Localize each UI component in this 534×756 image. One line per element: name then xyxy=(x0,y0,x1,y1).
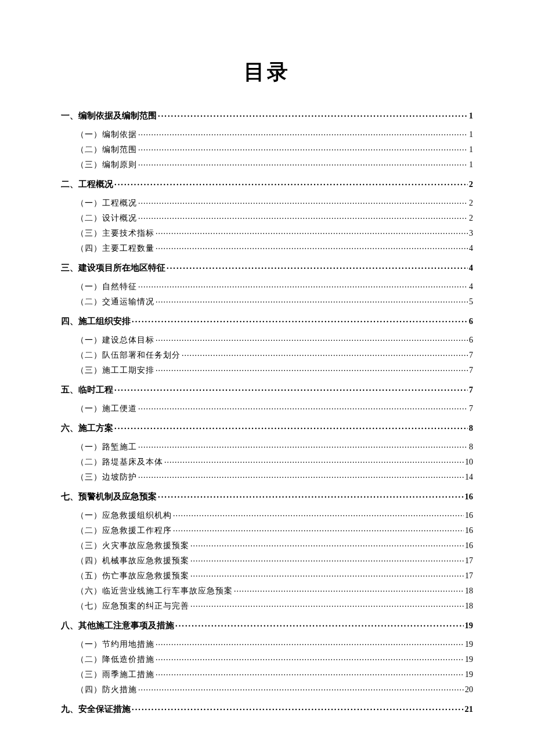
toc-entry-subsection: （三）边坡防护14 xyxy=(61,471,473,481)
toc-leader-dots xyxy=(190,555,464,563)
toc-entry-label: （六）临近营业线施工行车事故应急预案 xyxy=(76,587,233,595)
toc-leader-dots xyxy=(138,159,468,167)
toc-leader-dots xyxy=(138,441,468,449)
toc-leader-dots xyxy=(156,639,464,647)
toc-leader-dots xyxy=(114,384,468,393)
toc-leader-dots xyxy=(190,600,464,609)
toc-entry-section: 五、临时工程7 xyxy=(61,384,473,394)
toc-entry-label: 六、施工方案 xyxy=(61,424,113,433)
toc-entry-label: （四）机械事故应急救援预案 xyxy=(76,557,189,565)
toc-entry-label: 八、其他施工注意事项及措施 xyxy=(61,621,174,630)
toc-entry-page: 14 xyxy=(465,473,473,481)
toc-entry-page: 7 xyxy=(469,366,473,375)
toc-entry-page: 4 xyxy=(469,244,473,253)
toc-entry-section: 三、建设项目所在地区特征4 xyxy=(61,262,473,272)
toc-entry-label: 三、建设项目所在地区特征 xyxy=(61,264,165,272)
toc-entry-section: 一、编制依据及编制范围1 xyxy=(61,110,473,120)
toc-entry-section: 八、其他施工注意事项及措施19 xyxy=(61,620,473,629)
toc-entry-page: 3 xyxy=(469,229,473,237)
toc-entry-page: 4 xyxy=(469,283,473,291)
toc-entry-subsection: （二）交通运输情况5 xyxy=(61,296,473,306)
toc-entry-page: 2 xyxy=(469,199,473,207)
toc-entry-label: （四）主要工程数量 xyxy=(76,244,154,253)
toc-entry-page: 19 xyxy=(465,640,473,649)
toc-entry-subsection: （二）编制范围1 xyxy=(61,144,473,154)
toc-entry-page: 21 xyxy=(465,705,474,714)
toc-leader-dots xyxy=(114,422,468,431)
toc-entry-label: （一）工程概况 xyxy=(76,199,137,207)
toc-entry-page: 1 xyxy=(469,111,473,120)
toc-entry-subsection: （一）施工便道7 xyxy=(61,403,473,413)
toc-entry-label: （一）应急救援组织机构 xyxy=(76,512,172,520)
toc-leader-dots xyxy=(138,197,468,206)
toc-entry-subsection: （三）施工工期安排7 xyxy=(61,365,473,375)
toc-entry-page: 17 xyxy=(465,572,473,580)
toc-leader-dots xyxy=(158,110,468,118)
toc-entry-label: 一、编制依据及编制范围 xyxy=(61,111,157,120)
toc-entry-label: （二）编制范围 xyxy=(76,146,137,154)
toc-leader-dots xyxy=(156,243,468,251)
toc-entry-page: 5 xyxy=(469,298,473,306)
toc-entry-page: 4 xyxy=(469,264,473,272)
toc-leader-dots xyxy=(132,703,464,712)
toc-entry-label: （三）边坡防护 xyxy=(76,473,137,481)
page-title: 目录 xyxy=(61,58,473,87)
toc-entry-section: 六、施工方案8 xyxy=(61,422,473,432)
toc-leader-dots xyxy=(173,510,464,518)
toc-entry-label: （三）火灾事故应急救援预案 xyxy=(76,542,189,550)
toc-entry-page: 8 xyxy=(469,424,473,433)
toc-entry-label: （二）应急救援工作程序 xyxy=(76,527,172,535)
toc-entry-label: （五）伤亡事故应急救援预案 xyxy=(76,572,189,580)
toc-entry-label: （二）设计概况 xyxy=(76,214,137,222)
toc-leader-dots xyxy=(190,570,464,578)
toc-entry-label: 七、预警机制及应急预案 xyxy=(61,492,157,501)
toc-entry-section: 九、安全保证措施21 xyxy=(61,703,473,713)
toc-entry-page: 8 xyxy=(469,443,473,451)
toc-entry-label: （一）建设总体目标 xyxy=(76,336,154,344)
toc-entry-section: 四、施工组织安排6 xyxy=(61,315,473,325)
toc-entry-page: 16 xyxy=(465,527,473,535)
toc-entry-label: （三）编制原则 xyxy=(76,161,137,169)
toc-entry-label: （一）施工便道 xyxy=(76,405,137,413)
toc-entry-page: 18 xyxy=(465,587,473,595)
toc-entry-label: （二）降低造价措施 xyxy=(76,656,154,664)
toc-entry-page: 16 xyxy=(465,542,473,550)
toc-entry-label: 五、临时工程 xyxy=(61,386,113,394)
toc-leader-dots xyxy=(158,491,464,499)
toc-entry-page: 19 xyxy=(465,621,474,630)
toc-entry-subsection: （二）路堤基床及本体10 xyxy=(61,456,473,466)
toc-entry-subsection: （一）编制依据1 xyxy=(61,129,473,139)
toc-entry-label: （一）路堑施工 xyxy=(76,443,137,451)
toc-entry-subsection: （二）队伍部署和任务划分7 xyxy=(61,350,473,359)
toc-entry-subsection: （三）雨季施工措施19 xyxy=(61,669,473,679)
toc-leader-dots xyxy=(173,525,464,533)
toc-entry-page: 6 xyxy=(469,336,473,344)
toc-leader-dots xyxy=(175,620,464,628)
toc-leader-dots xyxy=(156,669,464,677)
toc-entry-subsection: （五）伤亡事故应急救援预案17 xyxy=(61,570,473,580)
toc-entry-page: 19 xyxy=(465,656,473,664)
toc-entry-label: （二）路堤基床及本体 xyxy=(76,458,163,466)
toc-entry-page: 16 xyxy=(465,512,473,520)
toc-leader-dots xyxy=(138,213,468,221)
toc-leader-dots xyxy=(138,471,464,480)
table-of-contents: 一、编制依据及编制范围1（一）编制依据1（二）编制范围1（三）编制原则1二、工程… xyxy=(61,110,473,713)
toc-leader-dots xyxy=(164,456,464,465)
toc-leader-dots xyxy=(138,403,468,411)
toc-entry-subsection: （一）节约用地措施19 xyxy=(61,639,473,649)
toc-entry-subsection: （一）应急救援组织机构16 xyxy=(61,510,473,520)
toc-leader-dots xyxy=(156,365,468,373)
toc-leader-dots xyxy=(156,228,468,236)
toc-entry-subsection: （一）工程概况2 xyxy=(61,197,473,207)
toc-entry-page: 7 xyxy=(469,405,473,413)
toc-entry-label: 九、安全保证措施 xyxy=(61,705,131,714)
toc-entry-label: （一）编制依据 xyxy=(76,131,137,139)
toc-entry-subsection: （四）防火措施20 xyxy=(61,684,473,694)
toc-leader-dots xyxy=(156,296,468,304)
toc-leader-dots xyxy=(167,262,468,271)
toc-entry-subsection: （二）降低造价措施19 xyxy=(61,654,473,664)
toc-entry-label: （二）队伍部署和任务划分 xyxy=(76,351,181,359)
toc-entry-page: 17 xyxy=(465,557,473,565)
toc-entry-label: （一）节约用地措施 xyxy=(76,640,154,649)
toc-entry-subsection: （二）设计概况2 xyxy=(61,213,473,222)
